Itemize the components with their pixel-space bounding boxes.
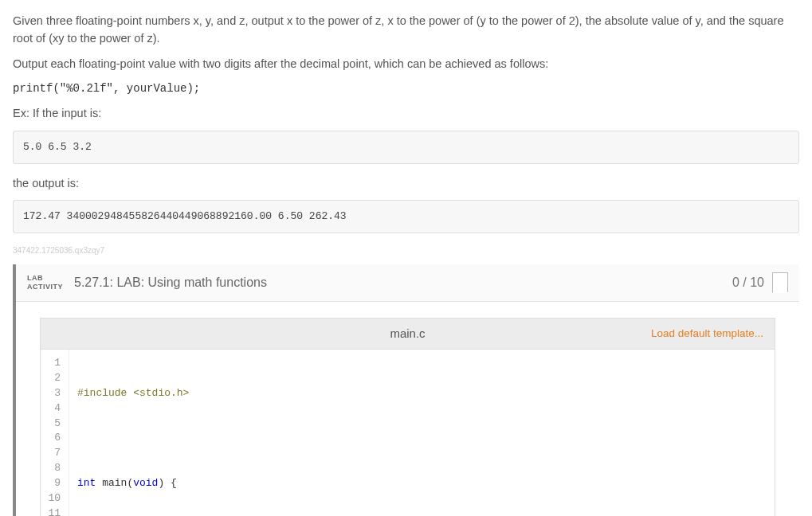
- printf-example: printf("%0.2lf", yourValue);: [13, 80, 799, 97]
- line-number: 8: [45, 461, 61, 476]
- line-number-gutter: 1 2 3 4 5 6 7 8 9 10 11 12: [41, 350, 69, 516]
- code-editor[interactable]: 1 2 3 4 5 6 7 8 9 10 11 12 #include <std…: [40, 349, 775, 516]
- load-default-template-link[interactable]: Load default template...: [651, 327, 763, 339]
- line-number: 11: [45, 506, 61, 516]
- watermark-id: 347422.1725036.qx3zqy7: [13, 244, 799, 256]
- code-line: int main(void) {: [77, 476, 767, 491]
- problem-paragraph-3: Ex: If the input is:: [13, 105, 799, 123]
- line-number: 10: [45, 491, 61, 506]
- line-number: 4: [45, 401, 61, 416]
- problem-paragraph-1: Given three floating-point numbers x, y,…: [13, 13, 799, 48]
- line-number: 7: [45, 446, 61, 461]
- code-line: #include <stdio.h>: [77, 386, 767, 401]
- file-header: main.c Load default template...: [40, 318, 775, 350]
- lab-label-line2: ACTIVITY: [27, 283, 63, 291]
- line-number: 6: [45, 431, 61, 446]
- problem-paragraph-2: Output each floating-point value with tw…: [13, 56, 799, 73]
- code-line: [77, 431, 767, 446]
- lab-header: LAB ACTIVITY 5.27.1: LAB: Using math fun…: [16, 264, 799, 302]
- line-number: 9: [45, 476, 61, 491]
- lab-activity-label: LAB ACTIVITY: [27, 274, 63, 291]
- line-number: 1: [45, 356, 61, 371]
- example-input-block: 5.0 6.5 3.2: [13, 131, 799, 164]
- line-number: 5: [45, 416, 61, 432]
- lab-label-line1: LAB: [27, 274, 63, 283]
- lab-activity-container: LAB ACTIVITY 5.27.1: LAB: Using math fun…: [13, 264, 799, 516]
- problem-output-label: the output is:: [13, 175, 799, 193]
- file-name-label: main.c: [390, 325, 425, 343]
- problem-paragraph-4: the output is:: [13, 175, 799, 193]
- lab-score: 0 / 10: [732, 273, 764, 292]
- line-number: 3: [45, 386, 61, 401]
- bookmark-icon[interactable]: [772, 272, 788, 293]
- problem-description: Given three floating-point numbers x, y,…: [13, 13, 799, 123]
- example-output-block: 172.47 340002948455826440449068892160.00…: [13, 200, 799, 233]
- code-content[interactable]: #include <stdio.h> int main(void) { doub…: [69, 350, 775, 516]
- line-number: 2: [45, 371, 61, 386]
- editor-wrapper: main.c Load default template... 1 2 3 4 …: [16, 302, 799, 516]
- lab-title: 5.27.1: LAB: Using math functions: [74, 273, 732, 292]
